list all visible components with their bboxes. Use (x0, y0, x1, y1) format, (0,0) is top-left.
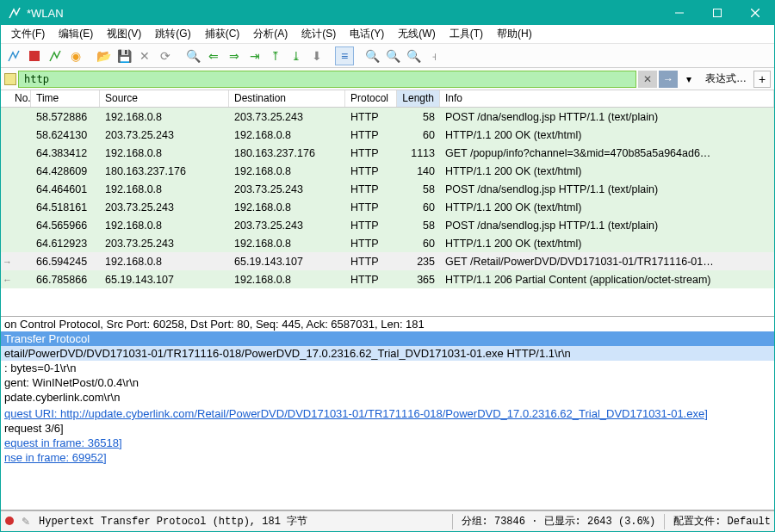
maximize-button[interactable] (698, 1, 736, 25)
detail-line[interactable]: equest in frame: 36518] (1, 436, 774, 450)
menu-file[interactable]: 文件(F) (4, 25, 52, 43)
stop-capture-icon[interactable] (25, 46, 44, 65)
table-row[interactable]: 64.518161203.73.25.243192.168.0.8HTTP60H… (1, 198, 774, 216)
edit-icon[interactable]: ✎ (22, 516, 34, 528)
zoom-in-icon[interactable]: 🔍 (363, 46, 381, 65)
restart-capture-icon[interactable] (46, 46, 65, 65)
col-destination[interactable]: Destination (229, 90, 345, 107)
menu-edit[interactable]: 编辑(E) (52, 25, 100, 43)
first-packet-icon[interactable]: ⤒ (266, 46, 285, 65)
close-file-icon[interactable]: ✕ (135, 46, 154, 65)
colorize-icon[interactable]: ≡ (335, 46, 354, 65)
reload-icon[interactable]: ⟳ (156, 46, 175, 65)
expression-button[interactable]: 表达式… (700, 71, 752, 86)
window-title: *WLAN (27, 7, 64, 20)
status-packets: 分组: 73846 · 已显示: 2643 (3.6%) (462, 514, 656, 529)
detail-line[interactable]: on Control Protocol, Src Port: 60258, Ds… (1, 317, 774, 331)
save-file-icon[interactable]: 💾 (115, 46, 133, 65)
open-file-icon[interactable]: 📂 (94, 46, 113, 65)
toolbar: ◉ 📂 💾 ✕ ⟳ 🔍 ⇐ ⇒ ⇥ ⤒ ⤓ ⬇ ≡ 🔍 🔍 🔍 ⫞ (1, 44, 774, 68)
statusbar: ✎ Hypertext Transfer Protocol (http), 18… (1, 510, 774, 531)
detail-line[interactable]: nse in frame: 69952] (1, 450, 774, 465)
table-row[interactable]: 58.572886192.168.0.8203.73.25.243HTTP58P… (1, 108, 774, 126)
bookmark-icon[interactable] (4, 73, 16, 85)
app-icon (8, 6, 22, 20)
expert-info-icon[interactable] (4, 516, 16, 528)
detail-line[interactable]: etail/PowerDVD/DVD171031-01/TR171116-018… (1, 346, 774, 361)
table-row[interactable]: 64.428609180.163.237.176192.168.0.8HTTP1… (1, 162, 774, 180)
menu-tools[interactable]: 工具(T) (443, 25, 490, 43)
detail-line[interactable]: request 3/6] (1, 421, 774, 436)
menu-statistics[interactable]: 统计(S) (294, 25, 343, 43)
col-info[interactable]: Info (440, 90, 774, 107)
table-row[interactable]: →66.594245192.168.0.865.19.143.107HTTP23… (1, 252, 774, 270)
display-filter-input[interactable] (18, 71, 636, 88)
svg-rect-4 (29, 51, 40, 61)
packet-details[interactable]: on Control Protocol, Src Port: 60258, Ds… (1, 317, 774, 510)
close-button[interactable] (736, 1, 774, 25)
menu-analyze[interactable]: 分析(A) (246, 25, 294, 43)
table-row[interactable]: 64.565966192.168.0.8203.73.25.243HTTP58P… (1, 216, 774, 234)
menu-view[interactable]: 视图(V) (100, 25, 148, 43)
table-row[interactable]: ←66.78586665.19.143.107192.168.0.8HTTP36… (1, 270, 774, 288)
last-packet-icon[interactable]: ⤓ (287, 46, 306, 65)
detail-line[interactable]: gent: WinINetPost/0.0.4\r\n (1, 375, 774, 390)
menu-go[interactable]: 跳转(G) (148, 25, 197, 43)
detail-line[interactable]: quest URI: http://update.cyberlink.com/R… (1, 406, 774, 421)
apply-filter-icon[interactable]: → (659, 71, 678, 88)
svg-rect-1 (714, 9, 722, 17)
go-to-packet-icon[interactable]: ⇥ (245, 46, 264, 65)
find-packet-icon[interactable]: 🔍 (183, 46, 202, 65)
filter-bar: ✕ → ▾ 表达式… + (1, 68, 774, 90)
menu-telephony[interactable]: 电话(Y) (343, 25, 391, 43)
col-protocol[interactable]: Protocol (345, 90, 397, 107)
detail-line[interactable]: pdate.cyberlink.com\r\n (1, 390, 774, 405)
packet-header: No. Time Source Destination Protocol Len… (1, 90, 774, 108)
menu-wireless[interactable]: 无线(W) (391, 25, 442, 43)
add-filter-button[interactable]: + (753, 71, 771, 88)
detail-line[interactable]: Transfer Protocol (1, 331, 774, 346)
table-row[interactable]: 58.624130203.73.25.243192.168.0.8HTTP60H… (1, 126, 774, 144)
col-no[interactable]: No. (1, 90, 31, 107)
filter-history-icon[interactable]: ▾ (679, 71, 698, 88)
minimize-button[interactable] (660, 1, 698, 25)
col-length[interactable]: Length (397, 90, 440, 107)
menubar: 文件(F) 编辑(E) 视图(V) 跳转(G) 捕获(C) 分析(A) 统计(S… (1, 25, 774, 44)
table-row[interactable]: 64.383412192.168.0.8180.163.237.176HTTP1… (1, 144, 774, 162)
menu-help[interactable]: 帮助(H) (490, 25, 539, 43)
titlebar: *WLAN (1, 1, 774, 25)
detail-line[interactable]: : bytes=0-1\r\n (1, 361, 774, 375)
col-source[interactable]: Source (100, 90, 229, 107)
go-forward-icon[interactable]: ⇒ (225, 46, 244, 65)
packet-list[interactable]: No. Time Source Destination Protocol Len… (1, 90, 774, 317)
table-row[interactable]: 64.464601192.168.0.8203.73.25.243HTTP58P… (1, 180, 774, 198)
clear-filter-icon[interactable]: ✕ (638, 71, 657, 88)
resize-columns-icon[interactable]: ⫞ (425, 46, 443, 65)
start-capture-icon[interactable] (4, 46, 23, 65)
table-row[interactable]: 64.612923203.73.25.243192.168.0.8HTTP60H… (1, 234, 774, 252)
col-time[interactable]: Time (31, 90, 100, 107)
svg-point-5 (5, 517, 14, 525)
auto-scroll-icon[interactable]: ⬇ (307, 46, 326, 65)
capture-options-icon[interactable]: ◉ (66, 46, 85, 65)
zoom-reset-icon[interactable]: 🔍 (404, 46, 423, 65)
go-back-icon[interactable]: ⇐ (204, 46, 223, 65)
menu-capture[interactable]: 捕获(C) (198, 25, 247, 43)
status-profile[interactable]: 配置文件: Default (673, 514, 771, 529)
status-main: Hypertext Transfer Protocol (http), 181 … (39, 514, 307, 529)
zoom-out-icon[interactable]: 🔍 (383, 46, 402, 65)
